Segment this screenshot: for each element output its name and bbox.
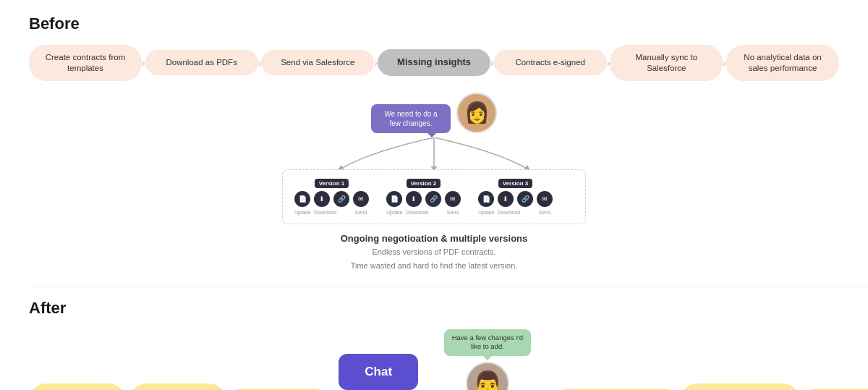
before-title: Before xyxy=(29,14,839,33)
doc-icon-link-1: 🔗 xyxy=(333,191,349,207)
speech-bubble-after: Have a few changes I'd like to add. xyxy=(444,329,531,356)
after-center-diagram: Chat Track Real-time insights xyxy=(339,354,418,390)
doc-icons-2: 📄 ⬇ 🔗 ✉ xyxy=(386,191,461,207)
doc-icon-download-3: ⬇ xyxy=(498,191,514,207)
avatar-edit-wrapper: 👨 ✏ xyxy=(466,362,509,390)
before-step-2: Download as PDFs xyxy=(145,50,258,75)
arrow-3: › xyxy=(374,57,378,69)
version-badge-3: Version 3 xyxy=(498,179,533,188)
doc-icon-send-1: ✉ xyxy=(353,191,369,207)
arrow-svg-container xyxy=(282,137,586,169)
before-diagram-wrapper: We need to do a few changes. 👩 xyxy=(29,93,839,272)
before-step-4: Missing insights xyxy=(378,49,490,76)
before-step-5: Contracts e-signed xyxy=(494,50,607,75)
after-step-5: Automatically sync to Salesforce xyxy=(680,383,800,390)
doc-icon-send-3: ✉ xyxy=(537,191,553,207)
page-wrapper: Before Create contracts from templates ›… xyxy=(0,0,868,390)
version-group-1: Version 1 📄 ⬇ 🔗 ✉ Update Download Send xyxy=(294,179,369,215)
doc-icon-update-1: 📄 xyxy=(294,191,310,207)
before-step-7: No analytical data on sales performance xyxy=(726,45,839,81)
arrow-2: › xyxy=(258,57,262,69)
after-workflow-right: Contracts e-signed › Automatically sync … xyxy=(557,383,868,390)
avatar-speech-row: We need to do a few changes. 👩 xyxy=(371,93,497,133)
before-step-3: Send via Salesforce xyxy=(261,50,374,75)
doc-icon-update-3: 📄 xyxy=(478,191,494,207)
after-body: Select GetAccept template › Personalise … xyxy=(29,329,839,390)
diagram-text: Ongoing negotioation & multiple versions… xyxy=(341,233,528,272)
doc-icon-update-2: 📄 xyxy=(386,191,402,207)
versions-container: Version 1 📄 ⬇ 🔗 ✉ Update Download Send xyxy=(282,169,586,224)
before-avatar: 👩 xyxy=(456,93,497,133)
connector-arrows xyxy=(282,137,586,169)
version-group-3: Version 3 📄 ⬇ 🔗 ✉ Update Download Send xyxy=(478,179,553,215)
version-badge-1: Version 1 xyxy=(315,179,349,188)
doc-icons-1: 📄 ⬇ 🔗 ✉ xyxy=(294,191,369,207)
before-step-6: Manually sync to Salesforce xyxy=(610,45,723,81)
before-workflow: Create contracts from templates › Downlo… xyxy=(29,45,839,81)
negotiation-diagram: We need to do a few changes. 👩 xyxy=(253,93,615,272)
doc-labels-1: Update Download Send xyxy=(294,210,369,215)
arrow-5: › xyxy=(607,57,610,69)
doc-icon-link-2: 🔗 xyxy=(425,191,441,207)
doc-labels-2: Update Download Send xyxy=(386,210,461,215)
diagram-subtitle-1: Endless versions of PDF contracts. xyxy=(341,246,528,258)
arrow-4: › xyxy=(490,57,494,69)
speech-bubble-before: We need to do a few changes. xyxy=(371,104,451,133)
diagram-subtitle-2: Time wasted and hard to find the latest … xyxy=(341,260,528,272)
version-group-2: Version 2 📄 ⬇ 🔗 ✉ Update Download Send xyxy=(386,179,461,215)
doc-icon-send-2: ✉ xyxy=(445,191,461,207)
after-workflow-left: Select GetAccept template › Personalise … xyxy=(29,383,327,390)
after-step-2: Personalise and engage xyxy=(129,383,226,390)
version-badge-2: Version 2 xyxy=(407,179,441,188)
doc-icons-3: 📄 ⬇ 🔗 ✉ xyxy=(478,191,553,207)
arrow-6: › xyxy=(723,57,726,69)
after-avatar: 👨 xyxy=(466,362,509,390)
after-avatar-col: Have a few changes I'd like to add. 👨 ✏ … xyxy=(441,329,535,390)
arrow-1: › xyxy=(142,57,145,69)
before-step-1: Create contracts from templates xyxy=(29,45,142,81)
doc-icon-link-3: 🔗 xyxy=(517,191,533,207)
doc-icon-download-1: ⬇ xyxy=(314,191,330,207)
before-section: Before Create contracts from templates ›… xyxy=(29,14,839,272)
doc-icon-download-2: ⬇ xyxy=(406,191,422,207)
after-section: After Select GetAccept template › Person… xyxy=(29,299,839,390)
after-title: After xyxy=(29,299,839,318)
diagram-title: Ongoing negotioation & multiple versions xyxy=(341,233,528,244)
doc-labels-3: Update Download Send xyxy=(478,210,553,215)
chat-track-col: Chat Track xyxy=(339,354,418,390)
after-step-1: Select GetAccept template xyxy=(29,383,126,390)
separator xyxy=(29,287,868,287)
chat-button[interactable]: Chat xyxy=(339,354,418,390)
